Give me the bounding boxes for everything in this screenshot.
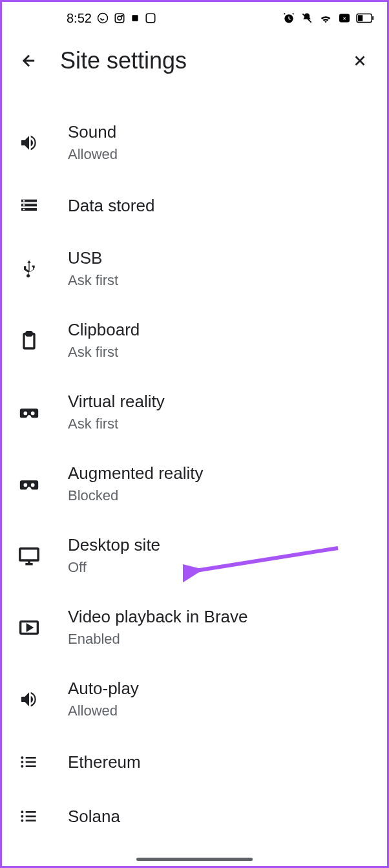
setting-item-solana[interactable]: Solana: [2, 789, 387, 843]
mute-icon: [300, 12, 313, 25]
setting-title: Data stored: [68, 196, 372, 216]
data-icon: ×: [338, 13, 351, 23]
setting-subtitle: Enabled: [68, 631, 372, 648]
setting-title: Sound: [68, 122, 372, 142]
setting-subtitle: Blocked: [68, 487, 372, 504]
setting-item-ethereum[interactable]: Ethereum: [2, 735, 387, 789]
svg-rect-20: [26, 332, 32, 335]
wifi-icon: [319, 11, 333, 25]
setting-title: USB: [68, 248, 372, 268]
setting-title: Augmented reality: [68, 463, 372, 483]
svg-rect-36: [26, 816, 36, 818]
svg-text:×: ×: [343, 16, 346, 21]
setting-item-auto-play[interactable]: Auto-play Allowed: [2, 663, 387, 735]
svg-point-3: [121, 16, 123, 17]
svg-rect-4: [132, 15, 138, 21]
usb-icon: [17, 257, 41, 281]
svg-rect-28: [26, 757, 36, 759]
setting-item-virtual-reality[interactable]: Virtual reality Ask first: [2, 376, 387, 448]
status-left: 8:52: [67, 11, 156, 26]
setting-title: Desktop site: [68, 535, 372, 555]
svg-point-29: [21, 761, 23, 763]
svg-point-31: [21, 765, 23, 768]
vr-icon: [17, 401, 41, 424]
svg-point-21: [24, 411, 28, 415]
svg-rect-11: [358, 15, 363, 21]
setting-subtitle: Allowed: [68, 146, 372, 163]
setting-item-augmented-reality[interactable]: Augmented reality Blocked: [2, 448, 387, 520]
autoplay-icon: [17, 688, 41, 711]
svg-rect-38: [26, 820, 36, 821]
list-icon: [17, 805, 41, 828]
app-icon: [131, 14, 140, 23]
settings-list: Sound Allowed Data stored USB Ask first …: [2, 87, 387, 843]
video-icon: [17, 616, 41, 639]
app2-icon: [145, 12, 156, 24]
svg-point-27: [21, 756, 23, 759]
svg-point-18: [23, 209, 25, 211]
svg-point-24: [31, 483, 35, 487]
status-right: ×: [282, 11, 374, 25]
data-stored-icon: [17, 194, 41, 217]
setting-item-usb[interactable]: USB Ask first: [2, 233, 387, 304]
svg-point-17: [23, 204, 25, 206]
setting-subtitle: Allowed: [68, 703, 372, 719]
svg-rect-30: [26, 761, 36, 763]
svg-point-35: [21, 815, 23, 818]
setting-item-video-playback[interactable]: Video playback in Brave Enabled: [2, 591, 387, 663]
svg-point-2: [118, 16, 121, 20]
setting-title: Solana: [68, 807, 372, 827]
setting-title: Ethereum: [68, 752, 372, 772]
status-bar: 8:52 ×: [2, 2, 387, 34]
back-button[interactable]: [17, 49, 41, 72]
status-time: 8:52: [67, 11, 92, 26]
svg-rect-5: [146, 14, 155, 23]
setting-item-desktop-site[interactable]: Desktop site Off: [2, 520, 387, 591]
svg-point-0: [98, 14, 107, 23]
desktop-icon: [17, 544, 41, 567]
svg-rect-25: [20, 548, 38, 560]
sound-icon: [17, 131, 41, 154]
setting-item-sound[interactable]: Sound Allowed: [2, 107, 387, 178]
home-indicator[interactable]: [136, 858, 253, 861]
setting-title: Virtual reality: [68, 392, 372, 412]
whatsapp-icon: [97, 12, 109, 24]
svg-point-16: [23, 200, 25, 202]
alarm-icon: [282, 12, 295, 25]
close-icon: [352, 52, 368, 69]
svg-point-23: [24, 483, 28, 487]
close-button[interactable]: [348, 49, 372, 72]
setting-subtitle: Ask first: [68, 416, 372, 432]
ar-icon: [17, 472, 41, 496]
svg-rect-12: [372, 16, 373, 20]
setting-subtitle: Ask first: [68, 272, 372, 289]
svg-point-37: [21, 820, 23, 822]
setting-title: Clipboard: [68, 320, 372, 340]
list-icon: [17, 750, 41, 774]
svg-point-22: [31, 411, 35, 415]
setting-subtitle: Off: [68, 559, 372, 576]
clipboard-icon: [17, 329, 41, 352]
arrow-back-icon: [20, 52, 38, 70]
svg-point-33: [21, 810, 23, 813]
setting-item-clipboard[interactable]: Clipboard Ask first: [2, 304, 387, 376]
setting-title: Video playback in Brave: [68, 607, 372, 627]
setting-item-data-stored[interactable]: Data stored: [2, 178, 387, 233]
setting-subtitle: Ask first: [68, 344, 372, 361]
setting-title: Auto-play: [68, 679, 372, 699]
svg-rect-32: [26, 765, 36, 767]
page-title: Site settings: [60, 47, 187, 74]
battery-icon: [356, 13, 374, 23]
svg-rect-34: [26, 811, 36, 813]
header: Site settings: [2, 34, 387, 87]
instagram-icon: [114, 12, 125, 24]
